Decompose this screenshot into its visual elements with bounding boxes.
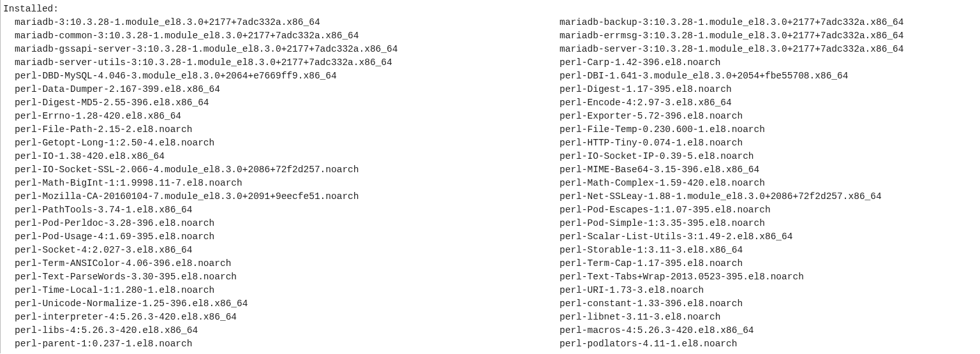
- package-line: perl-Mozilla-CA-20160104-7.module_el8.3.…: [3, 190, 548, 203]
- package-line: perl-Errno-1.28-420.el8.x86_64: [3, 110, 548, 123]
- package-line: perl-macros-4:5.26.3-420.el8.x86_64: [548, 324, 980, 337]
- package-line: perl-libs-4:5.26.3-420.el8.x86_64: [3, 324, 548, 337]
- package-line: perl-Math-BigInt-1:1.9998.11-7.el8.noarc…: [3, 177, 548, 190]
- package-line: perl-Socket-4:2.027-3.el8.x86_64: [3, 244, 548, 257]
- package-line: perl-podlators-4.11-1.el8.noarch: [548, 337, 980, 351]
- package-line: perl-Digest-1.17-395.el8.noarch: [548, 83, 980, 96]
- package-line: mariadb-gssapi-server-3:10.3.28-1.module…: [3, 43, 548, 56]
- package-line: perl-Pod-Simple-1:3.35-395.el8.noarch: [548, 217, 980, 230]
- package-line: perl-Net-SSLeay-1.88-1.module_el8.3.0+20…: [548, 190, 980, 203]
- package-line: perl-Digest-MD5-2.55-396.el8.x86_64: [3, 96, 548, 110]
- package-line: perl-Pod-Escapes-1:1.07-395.el8.noarch: [548, 203, 980, 217]
- package-line: perl-Exporter-5.72-396.el8.noarch: [548, 110, 980, 123]
- package-line: perl-Unicode-Normalize-1.25-396.el8.x86_…: [3, 297, 548, 311]
- package-line: perl-DBD-MySQL-4.046-3.module_el8.3.0+20…: [3, 70, 548, 83]
- package-line: perl-parent-1:0.237-1.el8.noarch: [3, 337, 548, 351]
- package-line: perl-Data-Dumper-2.167-399.el8.x86_64: [3, 83, 548, 96]
- package-line: perl-Time-Local-1:1.280-1.el8.noarch: [3, 284, 548, 297]
- package-column-right: mariadb-backup-3:10.3.28-1.module_el8.3.…: [548, 16, 980, 351]
- package-line: perl-interpreter-4:5.26.3-420.el8.x86_64: [3, 311, 548, 324]
- package-line: perl-Term-Cap-1.17-395.el8.noarch: [548, 257, 980, 270]
- package-line: perl-Scalar-List-Utils-3:1.49-2.el8.x86_…: [548, 230, 980, 244]
- package-line: perl-HTTP-Tiny-0.074-1.el8.noarch: [548, 136, 980, 150]
- package-line: perl-Math-Complex-1.59-420.el8.noarch: [548, 177, 980, 190]
- package-line: perl-IO-Socket-SSL-2.066-4.module_el8.3.…: [3, 163, 548, 177]
- package-line: perl-libnet-3.11-3.el8.noarch: [548, 311, 980, 324]
- package-line: perl-Storable-1:3.11-3.el8.x86_64: [548, 244, 980, 257]
- package-line: perl-Pod-Usage-4:1.69-395.el8.noarch: [3, 230, 548, 244]
- package-column-left: mariadb-3:10.3.28-1.module_el8.3.0+2177+…: [3, 16, 548, 351]
- package-line: mariadb-backup-3:10.3.28-1.module_el8.3.…: [548, 16, 980, 29]
- package-line: perl-Encode-4:2.97-3.el8.x86_64: [548, 96, 980, 110]
- package-line: perl-IO-Socket-IP-0.39-5.el8.noarch: [548, 150, 980, 163]
- package-columns: mariadb-3:10.3.28-1.module_el8.3.0+2177+…: [3, 16, 980, 351]
- package-line: perl-Pod-Perldoc-3.28-396.el8.noarch: [3, 217, 548, 230]
- package-line: perl-URI-1.73-3.el8.noarch: [548, 284, 980, 297]
- package-line: perl-MIME-Base64-3.15-396.el8.x86_64: [548, 163, 980, 177]
- package-line: perl-DBI-1.641-3.module_el8.3.0+2054+fbe…: [548, 70, 980, 83]
- package-line: perl-File-Path-2.15-2.el8.noarch: [3, 123, 548, 136]
- package-line: perl-IO-1.38-420.el8.x86_64: [3, 150, 548, 163]
- package-line: perl-Text-ParseWords-3.30-395.el8.noarch: [3, 270, 548, 284]
- package-line: mariadb-server-3:10.3.28-1.module_el8.3.…: [548, 43, 980, 56]
- package-line: perl-File-Temp-0.230.600-1.el8.noarch: [548, 123, 980, 136]
- package-line: perl-constant-1.33-396.el8.noarch: [548, 297, 980, 311]
- package-line: mariadb-server-utils-3:10.3.28-1.module_…: [3, 56, 548, 70]
- package-line: mariadb-errmsg-3:10.3.28-1.module_el8.3.…: [548, 29, 980, 43]
- package-line: perl-Carp-1.42-396.el8.noarch: [548, 56, 980, 70]
- package-line: perl-Text-Tabs+Wrap-2013.0523-395.el8.no…: [548, 270, 980, 284]
- package-line: perl-Term-ANSIColor-4.06-396.el8.noarch: [3, 257, 548, 270]
- terminal-output: Installed: mariadb-3:10.3.28-1.module_el…: [0, 0, 980, 353]
- package-line: mariadb-common-3:10.3.28-1.module_el8.3.…: [3, 29, 548, 43]
- package-line: mariadb-3:10.3.28-1.module_el8.3.0+2177+…: [3, 16, 548, 29]
- installed-header: Installed:: [3, 3, 980, 16]
- package-line: perl-PathTools-3.74-1.el8.x86_64: [3, 203, 548, 217]
- package-line: perl-Getopt-Long-1:2.50-4.el8.noarch: [3, 136, 548, 150]
